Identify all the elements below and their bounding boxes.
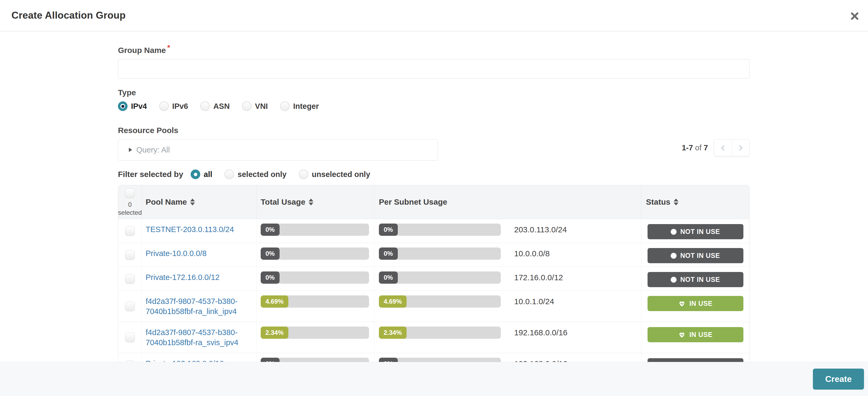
table-row: Private-172.16.0.0/12 0% 0% 172.16.0.0/1… xyxy=(118,267,749,291)
row-checkbox[interactable] xyxy=(125,274,135,284)
table-body: TESTNET-203.0.113.0/24 0% 0% 203.0.113.0… xyxy=(118,219,749,368)
create-button[interactable]: Create xyxy=(813,369,864,390)
filter-option-all[interactable]: all xyxy=(191,169,212,179)
pool-name-link[interactable]: TESTNET-203.0.113.0/24 xyxy=(146,224,252,234)
circle-icon xyxy=(671,277,677,283)
total-usage-value: 2.34% xyxy=(261,327,288,339)
status-text: NOT IN USE xyxy=(680,276,720,284)
total-usage-bar: 2.34% xyxy=(261,327,369,339)
filter-option-unselected-only[interactable]: unselected only xyxy=(299,169,370,179)
filter-radio-group: Filter selected by all selected only uns… xyxy=(118,169,749,179)
radio-icon xyxy=(200,101,210,111)
total-usage-value: 0% xyxy=(261,271,280,284)
type-option-ipv4[interactable]: IPv4 xyxy=(118,101,147,111)
status-text: IN USE xyxy=(689,300,713,307)
table-header-row: 0selected Pool Name Total Usage Per Subn… xyxy=(118,185,749,219)
table-row: f4d2a37f-9807-4537-b380-7040b1b58fbf-ra_… xyxy=(118,322,749,353)
dialog-title: Create Allocation Group xyxy=(11,10,126,21)
sort-icon[interactable] xyxy=(309,199,313,205)
total-usage-value: 0% xyxy=(261,224,280,236)
total-usage-value: 4.69% xyxy=(261,295,288,308)
sort-icon[interactable] xyxy=(674,199,678,205)
filter-option-selected-only[interactable]: selected only xyxy=(224,169,286,179)
per-subnet-usage-value: 2.34% xyxy=(379,327,407,339)
next-page-button[interactable] xyxy=(732,139,749,156)
required-asterisk: * xyxy=(167,43,170,52)
per-subnet-usage-value: 0% xyxy=(379,248,398,260)
close-button[interactable] xyxy=(849,10,861,22)
close-icon xyxy=(849,10,861,22)
per-subnet-usage-value: 0% xyxy=(379,271,398,284)
type-label: Type xyxy=(118,88,749,97)
type-option-vni[interactable]: VNI xyxy=(242,101,268,111)
type-option-ipv6[interactable]: IPv6 xyxy=(159,101,188,111)
column-header-status[interactable]: Status xyxy=(642,185,749,219)
radio-selected-icon xyxy=(191,169,200,179)
caret-right-icon xyxy=(129,148,132,152)
table-row: f4d2a37f-9807-4537-b380-7040b1b58fbf-ra_… xyxy=(118,291,749,322)
radio-icon xyxy=(299,169,308,179)
pagination: 1-7 of 7 xyxy=(682,139,749,156)
per-subnet-usage-bar: 0% xyxy=(379,248,501,260)
chevron-left-icon xyxy=(721,145,726,151)
per-subnet-usage-bar: 4.69% xyxy=(379,295,501,308)
type-option-asn[interactable]: ASN xyxy=(200,101,229,111)
status-text: IN USE xyxy=(689,331,713,338)
chevron-right-icon xyxy=(737,145,743,151)
pagination-text: 1-7 of 7 xyxy=(682,143,708,152)
per-subnet-usage-bar: 0% xyxy=(379,271,501,284)
radio-icon xyxy=(280,101,290,111)
status-badge: IN USE xyxy=(648,296,743,311)
prev-page-button[interactable] xyxy=(714,139,732,156)
selected-count: 0selected xyxy=(118,201,142,217)
row-checkbox[interactable] xyxy=(125,333,135,342)
total-usage-bar: 0% xyxy=(261,224,369,236)
group-name-label: Group Name* xyxy=(118,43,749,55)
status-badge: NOT IN USE xyxy=(648,272,743,287)
pool-name-link[interactable]: f4d2a37f-9807-4537-b380-7040b1b58fbf-ra_… xyxy=(146,327,252,348)
query-expander[interactable]: Query: All xyxy=(118,139,438,161)
total-usage-value: 0% xyxy=(261,248,280,260)
dialog-body: Group Name* Type IPv4 IPv6 ASN VNI xyxy=(0,31,749,368)
total-usage-bar: 0% xyxy=(261,248,369,260)
table-row: TESTNET-203.0.113.0/24 0% 0% 203.0.113.0… xyxy=(118,219,749,243)
subnet-label: 10.0.1.0/24 xyxy=(514,295,554,308)
pool-name-link[interactable]: Private-10.0.0.0/8 xyxy=(146,248,252,258)
query-label: Query: All xyxy=(136,145,170,154)
subnet-label: 192.168.0.0/16 xyxy=(514,327,567,339)
column-header-per-subnet-usage: Per Subnet Usage xyxy=(374,185,642,219)
dialog-footer: Create xyxy=(0,362,868,396)
status-badge: IN USE xyxy=(648,327,743,342)
filter-label: Filter selected by xyxy=(118,170,183,179)
radio-icon xyxy=(159,101,169,111)
circle-icon xyxy=(671,253,677,259)
subnet-label: 10.0.0.0/8 xyxy=(514,248,550,260)
heart-pulse-icon xyxy=(678,331,686,338)
column-header-pool-name[interactable]: Pool Name xyxy=(142,185,257,219)
dialog-header: Create Allocation Group xyxy=(0,0,868,31)
type-option-integer[interactable]: Integer xyxy=(280,101,319,111)
resource-pools-label: Resource Pools xyxy=(118,126,749,135)
type-radio-group: IPv4 IPv6 ASN VNI Integer xyxy=(118,101,749,111)
row-checkbox[interactable] xyxy=(125,301,135,311)
pool-name-link[interactable]: Private-172.16.0.0/12 xyxy=(146,272,252,283)
radio-selected-icon xyxy=(118,101,127,111)
group-name-input[interactable] xyxy=(118,59,749,78)
heart-pulse-icon xyxy=(678,300,686,307)
sort-icon[interactable] xyxy=(190,199,195,205)
status-badge: NOT IN USE xyxy=(648,224,743,239)
total-usage-bar: 0% xyxy=(261,271,369,284)
pool-name-link[interactable]: f4d2a37f-9807-4537-b380-7040b1b58fbf-ra_… xyxy=(146,296,252,317)
radio-icon xyxy=(224,169,234,179)
row-checkbox[interactable] xyxy=(125,250,135,260)
resource-pools-table: 0selected Pool Name Total Usage Per Subn… xyxy=(118,185,749,368)
select-all-checkbox[interactable] xyxy=(125,189,135,198)
row-checkbox[interactable] xyxy=(125,226,135,236)
table-row: Private-10.0.0.0/8 0% 0% 10.0.0.0/8 NOT … xyxy=(118,243,749,267)
column-header-total-usage[interactable]: Total Usage xyxy=(257,185,374,219)
radio-icon xyxy=(242,101,252,111)
status-text: NOT IN USE xyxy=(680,252,720,260)
total-usage-bar: 4.69% xyxy=(261,295,369,308)
per-subnet-usage-value: 4.69% xyxy=(379,295,407,308)
per-subnet-usage-bar: 0% xyxy=(379,224,501,236)
